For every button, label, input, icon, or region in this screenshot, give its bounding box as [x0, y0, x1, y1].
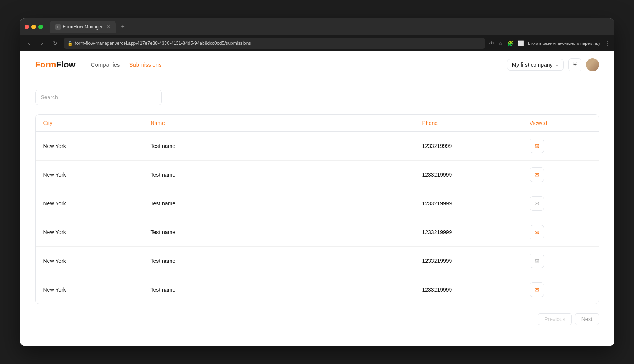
table-header: City Name Phone Viewed — [36, 115, 599, 132]
menu-icon[interactable]: ⋮ — [604, 40, 610, 46]
back-button[interactable]: ‹ — [25, 39, 34, 48]
submissions-table: City Name Phone Viewed New York Test nam… — [35, 114, 599, 304]
table-row: New York Test name 1233219999 ✉ — [36, 247, 599, 275]
browser-window: F FormFlow Manager ✕ + ‹ › ↻ 🔒 form-flow… — [20, 18, 614, 346]
cell-name: Test name — [151, 200, 422, 207]
company-selector[interactable]: My first company ⌄ — [507, 59, 564, 71]
cell-phone: 1233219999 — [422, 200, 530, 207]
theme-toggle-button[interactable]: ☀ — [568, 58, 581, 71]
mail-icon: ✉ — [534, 171, 539, 179]
cell-city: New York — [43, 287, 151, 293]
search-input[interactable] — [35, 90, 162, 105]
mail-icon: ✉ — [534, 257, 539, 265]
mail-icon: ✉ — [534, 229, 539, 236]
table-row: New York Test name 1233219999 ✉ — [36, 189, 599, 218]
header-right: My first company ⌄ ☀ — [507, 58, 599, 71]
sun-icon: ☀ — [572, 61, 578, 68]
avatar[interactable] — [586, 58, 599, 71]
traffic-lights — [25, 25, 43, 29]
cell-phone: 1233219999 — [422, 143, 530, 149]
cell-phone: 1233219999 — [422, 172, 530, 178]
col-name: Name — [151, 120, 422, 126]
tab-favicon: F — [55, 24, 61, 30]
logo-flow: Flow — [56, 60, 76, 69]
mail-icon: ✉ — [534, 200, 539, 207]
viewed-button[interactable]: ✉ — [530, 282, 544, 297]
table-row: New York Test name 1233219999 ✉ — [36, 275, 599, 304]
app-header: FormFlow Companies Submissions My first … — [20, 51, 614, 78]
app-content: FormFlow Companies Submissions My first … — [20, 51, 614, 346]
cell-phone: 1233219999 — [422, 258, 530, 264]
cell-city: New York — [43, 172, 151, 178]
tab-title: FormFlow Manager — [63, 24, 103, 30]
cell-city: New York — [43, 143, 151, 149]
forward-icon: › — [41, 40, 43, 46]
sidebar-icon[interactable]: ⬜ — [517, 40, 524, 46]
new-tab-button[interactable]: + — [121, 23, 125, 30]
viewed-button[interactable]: ✉ — [530, 167, 544, 182]
previous-button[interactable]: Previous — [538, 313, 571, 325]
next-button[interactable]: Next — [575, 313, 599, 325]
main-content: City Name Phone Viewed New York Test nam… — [20, 78, 614, 346]
back-icon: ‹ — [28, 40, 30, 46]
browser-tab[interactable]: F FormFlow Manager ✕ — [50, 21, 116, 33]
cell-city: New York — [43, 229, 151, 235]
cell-phone: 1233219999 — [422, 229, 530, 235]
forward-button[interactable]: › — [38, 39, 47, 48]
cell-name: Test name — [151, 287, 422, 293]
eye-off-icon: 👁 — [489, 40, 494, 46]
incognito-label: Вікно в режимі анонімного перегляду — [528, 41, 600, 46]
reload-icon: ↻ — [53, 40, 58, 46]
nav-submissions[interactable]: Submissions — [129, 61, 161, 68]
cell-name: Test name — [151, 143, 422, 149]
address-bar[interactable]: 🔒 form-flow-manager.vercel.app/417e7e38-… — [64, 38, 486, 49]
viewed-button[interactable]: ✉ — [530, 254, 544, 268]
cell-phone: 1233219999 — [422, 287, 530, 293]
cell-city: New York — [43, 200, 151, 207]
mail-icon: ✉ — [534, 286, 539, 293]
logo: FormFlow — [35, 60, 76, 70]
browser-toolbar: 👁 ☆ 🧩 ⬜ Вікно в режимі анонімного перегл… — [489, 40, 609, 46]
cell-city: New York — [43, 258, 151, 264]
browser-titlebar: F FormFlow Manager ✕ + — [20, 18, 614, 35]
pagination: Previous Next — [35, 304, 599, 334]
main-nav: Companies Submissions — [91, 61, 162, 68]
tab-close-button[interactable]: ✕ — [107, 24, 110, 30]
col-viewed: Viewed — [530, 120, 591, 126]
extension-icon[interactable]: 🧩 — [507, 40, 514, 46]
cell-name: Test name — [151, 229, 422, 235]
table-row: New York Test name 1233219999 ✉ — [36, 218, 599, 247]
col-phone: Phone — [422, 120, 530, 126]
minimize-button[interactable] — [31, 25, 36, 29]
table-row: New York Test name 1233219999 ✉ — [36, 132, 599, 161]
maximize-button[interactable] — [38, 25, 43, 29]
reload-button[interactable]: ↻ — [51, 39, 60, 48]
chevron-down-icon: ⌄ — [555, 62, 559, 67]
cell-name: Test name — [151, 258, 422, 264]
viewed-button[interactable]: ✉ — [530, 225, 544, 239]
close-button[interactable] — [25, 25, 29, 29]
viewed-button[interactable]: ✉ — [530, 139, 544, 153]
logo-form: Form — [35, 60, 56, 69]
cell-name: Test name — [151, 172, 422, 178]
table-row: New York Test name 1233219999 ✉ — [36, 161, 599, 189]
mail-icon: ✉ — [534, 143, 539, 150]
viewed-button[interactable]: ✉ — [530, 196, 544, 211]
url-text: form-flow-manager.vercel.app/417e7e38-43… — [75, 41, 251, 46]
nav-companies[interactable]: Companies — [91, 61, 120, 68]
company-name: My first company — [512, 62, 553, 68]
browser-addressbar: ‹ › ↻ 🔒 form-flow-manager.vercel.app/417… — [20, 35, 614, 51]
star-icon[interactable]: ☆ — [498, 40, 503, 46]
favicon-icon: F — [57, 25, 59, 29]
lock-icon: 🔒 — [68, 41, 73, 46]
col-city: City — [43, 120, 151, 126]
